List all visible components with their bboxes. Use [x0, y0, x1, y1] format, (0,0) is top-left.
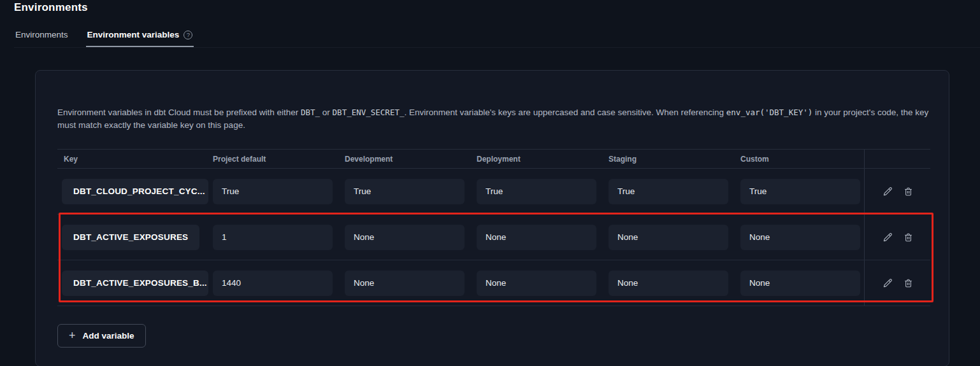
variable-value-deployment: None [477, 271, 596, 296]
intro-text-segment: Environment variables in dbt Cloud must … [57, 108, 301, 117]
variable-value-development: None [345, 271, 465, 296]
row-actions [864, 260, 930, 306]
table-row: DBT_ACTIVE_EXPOSURES_B... 1440 None None… [57, 260, 930, 306]
variable-key-chip: DBT_ACTIVE_EXPOSURES [62, 225, 199, 250]
tab-bar: Environments Environment variables ? [14, 27, 980, 48]
tab-environment-variables[interactable]: Environment variables ? [86, 27, 194, 47]
variable-value-custom: None [740, 225, 860, 250]
environment-variables-panel: Environment variables in dbt Cloud must … [35, 70, 949, 366]
column-header-development: Development [345, 155, 477, 164]
intro-text: Environment variables in dbt Cloud must … [57, 106, 929, 132]
variable-value-development: None [345, 225, 465, 250]
trash-icon [903, 186, 914, 197]
column-header-staging: Staging [609, 155, 740, 164]
variable-value-custom: None [740, 271, 860, 296]
variable-value-custom: True [740, 179, 860, 204]
variable-value-staging: True [609, 179, 728, 204]
add-variable-button-label: Add variable [83, 331, 134, 341]
table-header-row: Key Project default Development Deployme… [57, 149, 930, 169]
column-header-deployment: Deployment [477, 155, 609, 164]
trash-icon [903, 232, 914, 243]
pencil-icon [882, 232, 893, 243]
intro-text-segment: . Environment variable's keys are upperc… [404, 108, 726, 117]
page-title: Environments [14, 1, 980, 14]
variable-value-project-default: True [213, 179, 333, 204]
variable-key-chip: DBT_CLOUD_PROJECT_CYC... [62, 179, 208, 204]
help-icon[interactable]: ? [184, 31, 192, 39]
table-row: DBT_CLOUD_PROJECT_CYC... True True True … [57, 169, 930, 215]
column-header-project-default: Project default [213, 155, 345, 164]
delete-variable-button[interactable] [903, 186, 914, 197]
edit-variable-button[interactable] [882, 232, 893, 243]
trash-icon [903, 278, 914, 289]
delete-variable-button[interactable] [903, 232, 914, 243]
table-row: DBT_ACTIVE_EXPOSURES 1 None None None No… [57, 215, 930, 260]
tab-environments-label: Environments [15, 30, 68, 39]
row-actions [864, 215, 930, 260]
variable-value-staging: None [609, 225, 728, 250]
variable-value-deployment: True [477, 179, 596, 204]
code-dbt-prefix: DBT_ [301, 108, 320, 117]
tab-environment-variables-label: Environment variables [87, 30, 180, 39]
code-dbt-env-secret-prefix: DBT_ENV_SECRET_ [333, 108, 405, 117]
variable-value-deployment: None [477, 225, 596, 250]
delete-variable-button[interactable] [903, 278, 914, 289]
edit-variable-button[interactable] [882, 186, 893, 197]
row-actions [864, 169, 930, 214]
variable-value-project-default: 1440 [213, 271, 333, 296]
pencil-icon [882, 186, 893, 197]
intro-text-segment: or [320, 108, 333, 117]
add-variable-button[interactable]: + Add variable [57, 324, 146, 348]
code-env-var-example: env_var('DBT_KEY') [726, 108, 812, 117]
column-header-actions [864, 150, 930, 168]
variable-value-project-default: 1 [213, 225, 333, 250]
plus-icon: + [69, 330, 76, 341]
edit-variable-button[interactable] [882, 278, 893, 289]
column-header-custom: Custom [740, 155, 864, 164]
variable-value-development: True [345, 179, 465, 204]
tab-environments[interactable]: Environments [14, 27, 69, 47]
variable-value-staging: None [609, 271, 728, 296]
variable-key-chip: DBT_ACTIVE_EXPOSURES_B... [62, 271, 208, 296]
pencil-icon [882, 278, 893, 289]
variables-table: Key Project default Development Deployme… [57, 149, 930, 306]
column-header-key: Key [57, 155, 213, 164]
